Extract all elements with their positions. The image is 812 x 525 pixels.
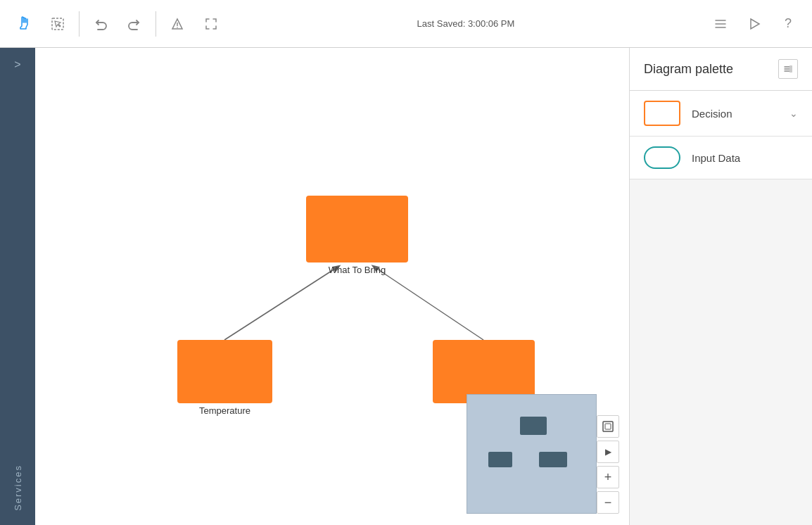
services-label: Services [13,464,23,511]
toolbar: Last Saved: 3:00:06 PM ? [0,0,812,48]
palette-item-decision-label: Decision [692,108,778,120]
undo-button[interactable] [85,8,116,39]
zoom-out-icon: − [604,496,612,509]
palette-item-input-data-label: Input Data [692,152,798,164]
last-saved-label: Last Saved: 3:00:06 PM [229,18,702,29]
select-tool-button[interactable] [42,8,73,39]
svg-line-9 [373,266,483,340]
help-button[interactable]: ? [773,8,804,39]
zoom-in-icon: + [604,471,612,483]
minimap-viewport [481,405,583,504]
redo-button[interactable] [119,8,150,39]
node-temperature[interactable] [177,340,272,403]
panel-collapse-button[interactable] [778,59,798,79]
decision-icon [644,101,680,126]
save-button[interactable] [162,8,193,39]
fit-view-button[interactable] [597,415,619,438]
node-what-to-bring[interactable] [306,196,408,262]
palette-item-input-data[interactable]: Input Data [630,137,812,179]
svg-point-3 [177,27,178,28]
separator-2 [156,11,156,37]
svg-rect-11 [605,424,611,429]
toolbar-right: ? [705,8,804,39]
play-button[interactable] [739,8,770,39]
minimap-arrow-button[interactable]: ▶ [597,441,619,463]
node-what-to-bring-label: What To Bring [306,265,408,275]
zoom-out-button[interactable]: − [597,491,619,514]
minimap [467,394,597,514]
node-temperature-label: Temperature [170,405,279,416]
panel-title: Diagram palette [644,62,733,77]
decision-chevron-icon: ⌄ [789,108,798,119]
svg-marker-7 [751,19,759,29]
svg-rect-10 [603,422,613,431]
zoom-in-button[interactable]: + [597,466,619,488]
palette-item-decision[interactable]: Decision ⌄ [630,91,812,137]
sidebar-toggle-button[interactable]: > [5,55,30,75]
right-panel: Diagram palette Decision ⌄ Input Data [629,48,812,525]
minimap-node-3 [539,452,567,467]
svg-line-8 [224,266,339,340]
panel-header: Diagram palette [630,48,812,91]
svg-rect-0 [52,18,63,30]
minimap-controls: ▶ + − [597,415,619,514]
left-sidebar: > Services [0,48,35,525]
hand-tool-button[interactable] [8,8,39,39]
canvas-area[interactable]: What To Bring Temperature Rain [35,48,629,525]
minimap-node-1 [520,417,547,435]
input-data-icon [644,146,680,169]
svg-rect-12 [789,65,792,72]
separator-1 [79,11,80,37]
list-button[interactable] [705,8,736,39]
minimap-node-2 [488,452,512,467]
fullscreen-button[interactable] [196,8,227,39]
main-area: > Services What To Bring Temperature Rai… [0,48,812,525]
